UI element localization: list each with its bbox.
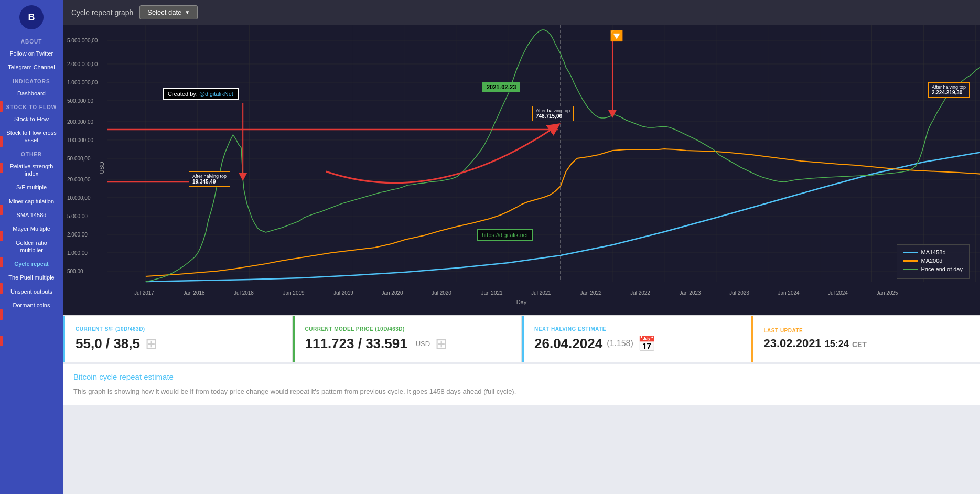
annotation-halving-top-3: After halving top 2.224.219,30	[928, 82, 970, 98]
sidebar-item-golden-ratio[interactable]: Golden ratio multiplier	[0, 236, 63, 257]
chart-svg: 🔽	[107, 25, 980, 292]
annotation-halving-top-2: After halving top 748.715,06	[532, 106, 574, 121]
stat-card-halving: NEXT HALVING ESTIMATE 26.04.2024 (1.158)…	[522, 316, 751, 362]
tab-indicator-3	[0, 163, 3, 173]
section-indicators: INDICATORS	[13, 79, 50, 84]
stat-card-update: LAST UPDATE 23.02.2021 15:24 CET	[751, 316, 981, 362]
stat-halving-icon: 📅	[638, 335, 656, 352]
sidebar-item-mayer-multiple[interactable]: Mayer Multiple	[0, 222, 63, 235]
y-axis-label: USD	[99, 162, 105, 174]
chart-legend: MA1458d MA200d Price end of day	[897, 244, 970, 279]
legend-item-price: Price end of day	[903, 266, 963, 272]
legend-line-ma1458d	[903, 252, 918, 253]
y-tick-1: 5.000.000,00	[67, 38, 98, 44]
tab-indicator-7	[0, 283, 3, 294]
tab-indicator-4	[0, 205, 3, 215]
sidebar-item-dashboard[interactable]: Dashboard	[0, 87, 63, 100]
annotation-halving-top-1: After halving top 19.345,49	[189, 171, 230, 187]
y-tick-6: 100.000,00	[67, 137, 93, 143]
y-tick-2: 2.000.000,00	[67, 61, 98, 67]
stat-halving-label: NEXT HALVING ESTIMATE	[534, 326, 740, 332]
created-by-annotation: Created by: @digitalikNet	[163, 88, 239, 100]
svg-text:🔽: 🔽	[610, 29, 624, 42]
app-logo: B	[19, 5, 44, 29]
section-about: ABOUT	[21, 39, 42, 45]
y-tick-12: 1.000,00	[67, 250, 88, 256]
select-date-button[interactable]: Select date	[139, 5, 198, 19]
sidebar-item-telegram[interactable]: Telegram Channel	[0, 60, 63, 74]
tab-indicator-8	[0, 309, 3, 320]
legend-line-ma200d	[903, 260, 918, 262]
stat-card-model: CURRENT MODEL PRICE (10D/463D) 111.723 /…	[293, 316, 522, 362]
y-tick-11: 2.000,00	[67, 232, 88, 238]
main-content: Cycle repeat graph Select date USD Day 5…	[63, 0, 980, 494]
x-axis-label: Day	[516, 299, 527, 305]
info-title: Bitcoin cycle repeat estimate	[73, 372, 970, 381]
sidebar-item-stock-to-flow-cross[interactable]: Stock to Flow cross asset	[0, 126, 63, 147]
sidebar: B ABOUT Follow on Twitter Telegram Chann…	[0, 0, 63, 494]
tab-indicator-6	[0, 257, 3, 267]
stat-halving-suffix: (1.158)	[607, 339, 633, 348]
y-tick-4: 500.000,00	[67, 98, 93, 104]
sidebar-item-puell-multiple[interactable]: The Puell multiple	[0, 271, 63, 284]
y-tick-10: 5.000,00	[67, 213, 88, 219]
tab-indicator-1	[0, 101, 3, 112]
section-stock-flow: STOCK TO FLOW	[6, 104, 57, 110]
y-tick-8: 20.000,00	[67, 177, 91, 182]
sidebar-item-relative-strength[interactable]: Relative strength index	[0, 159, 63, 181]
stat-model-label: CURRENT MODEL PRICE (10D/463D)	[305, 326, 511, 332]
legend-line-price	[903, 269, 918, 270]
chart-title: Cycle repeat graph	[71, 8, 133, 17]
date-highlight-box: 2021-02-23	[482, 82, 520, 92]
stat-sf-label: CURRENT S/F (10D/463D)	[76, 326, 282, 332]
url-annotation: https://digitalik.net	[477, 229, 533, 241]
tab-indicator-5	[0, 231, 3, 241]
stat-sf-value: 55,0 / 38,5	[76, 336, 140, 352]
info-section: Bitcoin cycle repeat estimate This graph…	[63, 364, 980, 405]
stat-model-icon: ⊞	[435, 335, 447, 352]
legend-item-ma1458d: MA1458d	[903, 249, 963, 255]
stat-sf-icon: ⊞	[145, 335, 157, 352]
tab-indicator-9	[0, 336, 3, 346]
stat-model-value: 111.723 / 33.591	[305, 336, 407, 352]
tab-indicator-2	[0, 136, 3, 147]
y-tick-5: 200.000,00	[67, 119, 93, 125]
stats-bar: CURRENT S/F (10D/463D) 55,0 / 38,5 ⊞ CUR…	[63, 315, 980, 362]
info-description: This graph is showing how it would be if…	[73, 386, 970, 397]
y-tick-13: 500,00	[67, 269, 83, 274]
sidebar-item-stock-to-flow[interactable]: Stock to Flow	[0, 112, 63, 126]
legend-item-ma200d: MA200d	[903, 257, 963, 264]
sidebar-item-dormant-coins[interactable]: Dormant coins	[0, 298, 63, 312]
stat-card-sf: CURRENT S/F (10D/463D) 55,0 / 38,5 ⊞	[63, 316, 293, 362]
y-tick-3: 1.000.000,00	[67, 80, 98, 85]
y-tick-7: 50.000,00	[67, 156, 91, 162]
stat-update-value: 23.02.2021 15:24 CET	[764, 337, 867, 350]
sidebar-item-miner-capitulation[interactable]: Miner capitulation	[0, 195, 63, 208]
stat-model-unit: USD	[416, 340, 430, 348]
sidebar-item-twitter[interactable]: Follow on Twitter	[0, 47, 63, 60]
sidebar-item-sf-multiple[interactable]: S/F multiple	[0, 180, 63, 194]
y-tick-9: 10.000,00	[67, 195, 91, 201]
chart-container: Cycle repeat graph Select date USD Day 5…	[63, 0, 980, 315]
chart-svg-wrapper: USD Day 5.000.000,00 2.000.000,00 1.000.…	[63, 25, 980, 310]
section-other: OTHER	[21, 152, 42, 157]
sidebar-item-unspent-outputs[interactable]: Unspent outputs	[0, 285, 63, 298]
stat-halving-value: 26.04.2024	[534, 336, 602, 352]
stat-update-label: LAST UPDATE	[764, 328, 970, 334]
sidebar-item-cycle-repeat[interactable]: Cycle repeat	[0, 257, 63, 271]
chart-header: Cycle repeat graph Select date	[63, 0, 980, 25]
sidebar-item-sma-1458d[interactable]: SMA 1458d	[0, 208, 63, 222]
